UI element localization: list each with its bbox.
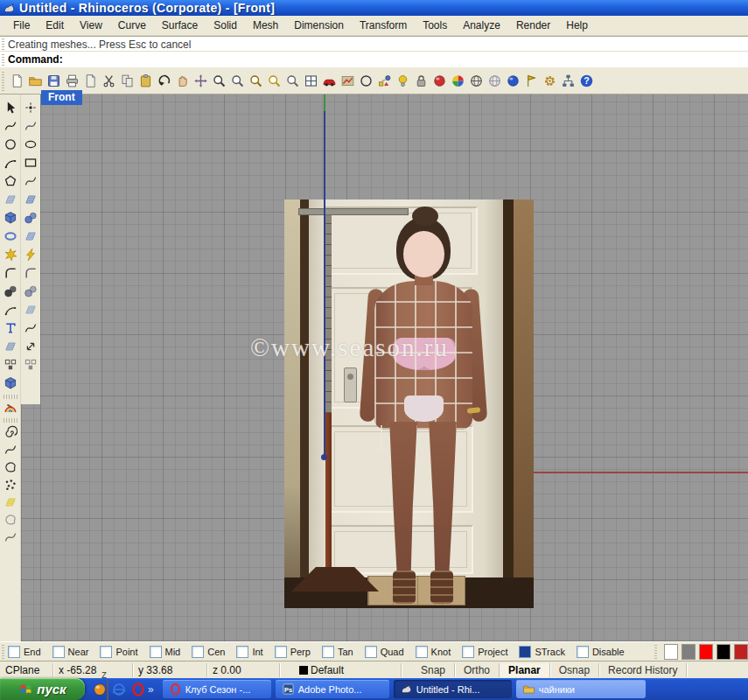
- osnap-near-checkbox[interactable]: [52, 646, 65, 658]
- torus-tool-icon[interactable]: [1, 228, 19, 245]
- osnap-cen-checkbox[interactable]: [192, 646, 204, 658]
- light-bulb-icon[interactable]: [394, 71, 412, 90]
- osnap-near[interactable]: Near: [52, 646, 89, 658]
- osnap-quad-checkbox[interactable]: [365, 646, 377, 658]
- layer-field[interactable]: Default: [294, 663, 402, 677]
- osnap-end[interactable]: End: [8, 646, 41, 658]
- duplicate-icon[interactable]: [21, 356, 39, 374]
- menu-item-curve[interactable]: Curve: [110, 18, 154, 33]
- osnap-point-checkbox[interactable]: [100, 646, 112, 658]
- task-button-2[interactable]: Untitled - Rhi...: [394, 680, 512, 698]
- cplane-field[interactable]: CPlane: [0, 663, 53, 677]
- print-icon[interactable]: [63, 71, 81, 90]
- export-icon[interactable]: [81, 71, 100, 90]
- color-swatch-1[interactable]: [682, 644, 696, 660]
- drag-handle[interactable]: [2, 38, 4, 51]
- fillet-icon[interactable]: [1, 264, 19, 282]
- osnap-strack-checkbox[interactable]: [519, 646, 531, 658]
- menu-item-mesh[interactable]: Mesh: [245, 18, 286, 33]
- zoom-undo-icon[interactable]: [283, 71, 302, 90]
- extrude-icon[interactable]: [21, 301, 39, 318]
- sphere-tool-icon[interactable]: [21, 209, 39, 227]
- zoom-window-icon[interactable]: [228, 71, 247, 90]
- curve-edit-points-icon[interactable]: [21, 319, 39, 337]
- menu-item-transform[interactable]: Transform: [352, 18, 415, 33]
- osnap-knot[interactable]: Knot: [416, 646, 451, 658]
- title-bar[interactable]: Untitled - Rhinoceros (Corporate) - [Fro…: [0, 0, 748, 16]
- lock-objects-icon[interactable]: [412, 71, 430, 90]
- patch-surface-icon[interactable]: [21, 191, 39, 208]
- interpolate-curve-icon[interactable]: [21, 117, 39, 135]
- osnap-mid-checkbox[interactable]: [150, 646, 162, 658]
- osnap-perp[interactable]: Perp: [275, 646, 311, 658]
- render-logo-icon[interactable]: [430, 71, 449, 90]
- rectangle-tool-icon[interactable]: [21, 154, 39, 172]
- analyze-surface-icon[interactable]: [2, 400, 20, 417]
- select-closed-curve-icon[interactable]: [2, 458, 20, 476]
- status-pane-record-history[interactable]: Record History: [599, 663, 687, 677]
- osnap-project[interactable]: Project: [462, 646, 507, 658]
- color-wheel-icon[interactable]: [449, 71, 467, 90]
- task-button-0[interactable]: Клуб Сезон -...: [163, 680, 271, 698]
- menu-item-edit[interactable]: Edit: [38, 18, 72, 33]
- osnap-strack[interactable]: STrack: [519, 646, 564, 658]
- polygon-tool-icon[interactable]: [1, 172, 19, 190]
- boolean-union-icon[interactable]: [1, 283, 19, 300]
- scale-arrows-icon[interactable]: [21, 338, 39, 355]
- cplane-circle-icon[interactable]: [357, 71, 375, 90]
- control-point-curve-icon[interactable]: [1, 117, 19, 135]
- surface-fragment-icon[interactable]: [21, 228, 39, 245]
- flag-tool-icon[interactable]: [522, 71, 541, 90]
- ghosted-sphere-icon[interactable]: [486, 71, 504, 90]
- menu-item-solid[interactable]: Solid: [206, 18, 245, 33]
- drag-handle[interactable]: [654, 644, 657, 659]
- group-squares-icon[interactable]: [1, 356, 19, 374]
- menu-item-file[interactable]: File: [5, 18, 38, 33]
- freeform-curve-icon[interactable]: [21, 172, 39, 190]
- select-icon[interactable]: [1, 99, 19, 116]
- menu-item-dimension[interactable]: Dimension: [286, 18, 352, 33]
- osnap-disable[interactable]: Disable: [577, 646, 625, 658]
- object-layout-icon[interactable]: [375, 71, 394, 90]
- reference-photo[interactable]: [284, 200, 534, 608]
- status-pane-osnap[interactable]: Osnap: [550, 663, 599, 677]
- osnap-cen[interactable]: Cen: [192, 646, 225, 658]
- zoom-extents-icon[interactable]: [265, 71, 283, 90]
- rotate-view-icon[interactable]: [192, 71, 210, 90]
- menu-item-tools[interactable]: Tools: [415, 18, 455, 33]
- select-surface-icon[interactable]: [2, 494, 20, 511]
- drag-handle[interactable]: [2, 644, 4, 659]
- select-drape-icon[interactable]: [2, 528, 20, 546]
- box-tool-icon[interactable]: [1, 209, 19, 227]
- start-button[interactable]: пуск: [0, 678, 85, 700]
- explode-icon[interactable]: [1, 246, 19, 263]
- osnap-knot-checkbox[interactable]: [416, 646, 428, 658]
- quick-launch-more-chevron[interactable]: »: [148, 683, 154, 696]
- select-points-icon[interactable]: [2, 476, 20, 494]
- split-bolt-icon[interactable]: [21, 246, 39, 263]
- osnap-point[interactable]: Point: [100, 646, 137, 658]
- osnap-int-checkbox[interactable]: [236, 646, 248, 658]
- zoom-dynamic-icon[interactable]: [210, 71, 228, 90]
- task-button-3[interactable]: чайники: [516, 680, 646, 698]
- select-curve-icon[interactable]: [2, 441, 20, 458]
- osnap-int[interactable]: Int: [236, 646, 262, 658]
- map-analysis-icon[interactable]: [339, 71, 357, 90]
- menu-item-analyze[interactable]: Analyze: [455, 18, 508, 33]
- osnap-quad[interactable]: Quad: [365, 646, 404, 658]
- surface-plane-icon[interactable]: [1, 191, 19, 208]
- ellipse-tool-icon[interactable]: [21, 136, 39, 153]
- status-pane-snap[interactable]: Snap: [412, 663, 455, 677]
- open-file-icon[interactable]: [26, 71, 45, 90]
- wireframe-sphere-icon[interactable]: [467, 71, 486, 90]
- circle-tool-icon[interactable]: [1, 136, 19, 153]
- text-tool-icon[interactable]: [1, 319, 19, 337]
- color-swatch-4[interactable]: [734, 644, 748, 660]
- options-gears-icon[interactable]: [541, 71, 559, 90]
- menu-item-view[interactable]: View: [72, 18, 110, 33]
- osnap-end-checkbox[interactable]: [8, 646, 20, 658]
- menu-item-help[interactable]: Help: [558, 18, 596, 33]
- osnap-tan[interactable]: Tan: [322, 646, 353, 658]
- cut-icon[interactable]: [100, 71, 118, 90]
- osnap-perp-checkbox[interactable]: [275, 646, 287, 658]
